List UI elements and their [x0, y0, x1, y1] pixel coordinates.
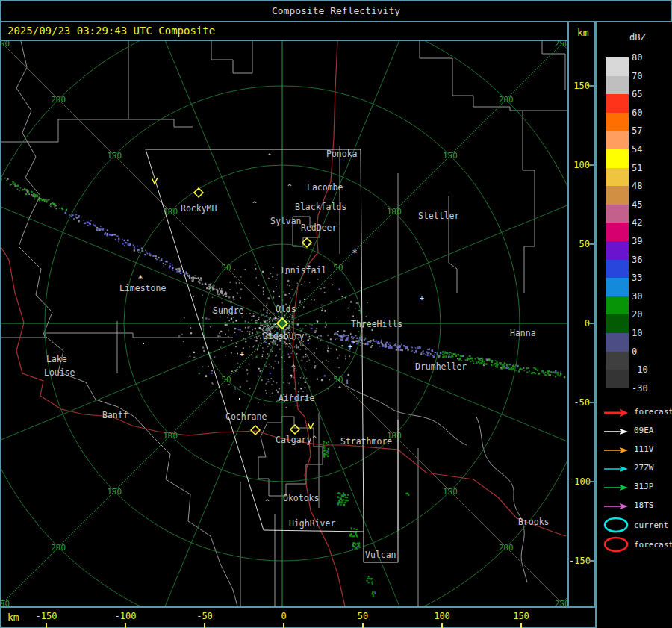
right-axis-tick	[589, 481, 595, 482]
range-ring-label: 50	[333, 263, 343, 273]
range-ring-label: 150	[107, 151, 122, 161]
bottom-axis: km -150-100-50050100150	[0, 606, 595, 628]
town-marker-icon: ^	[308, 242, 312, 249]
dbz-scale-label: -10	[632, 364, 648, 375]
legend-track-label: 27ZW	[634, 463, 654, 473]
city-label-lacombe: Lacombe	[307, 182, 343, 193]
city-label-olds: Olds	[276, 304, 296, 314]
city-label-reddeer: RedDeer	[301, 223, 337, 233]
city-label-innisfail: Innisfail	[280, 265, 326, 276]
dbz-swatch	[606, 205, 629, 223]
dbz-swatch	[606, 370, 629, 388]
dbz-scale-label: 42	[632, 217, 642, 228]
track-arrow-icon	[601, 405, 632, 421]
range-ring-label: 100	[163, 431, 178, 441]
radar-site-icon	[251, 426, 260, 435]
track-arrow-icon	[601, 423, 632, 440]
timestamp-bar: 2025/09/23 03:29:43 UTC Composite	[0, 22, 567, 41]
right-axis-tick-label: 0	[569, 318, 590, 329]
bottom-axis-tick	[46, 623, 47, 628]
city-label-stettler: Stettler	[418, 211, 459, 221]
dbz-swatch	[606, 186, 629, 205]
range-ring-label: 150	[107, 487, 122, 497]
radar-site-icon	[290, 425, 299, 434]
right-axis-tick-label: 150	[569, 81, 590, 91]
dbz-scale-label: 70	[632, 71, 642, 81]
dbz-swatch	[606, 149, 629, 168]
dbz-scale-label: 60	[632, 108, 642, 118]
bottom-axis-tick-label: 150	[513, 611, 529, 621]
dbz-scale-label: 20	[632, 309, 642, 320]
right-axis-tick	[589, 402, 595, 403]
legend-track-27ZW: 27ZW	[601, 461, 672, 477]
town-marker-icon: ^	[291, 364, 296, 371]
town-marker-icon: ^	[252, 200, 257, 208]
legend-ellipse-forecast: forecast	[601, 535, 672, 552]
site-asterisk-icon: *	[137, 273, 143, 284]
bottom-axis-tick	[125, 623, 126, 628]
legend-track-label: 31JP	[634, 482, 654, 491]
right-axis-tick	[589, 85, 595, 87]
dbz-swatch	[606, 113, 629, 131]
right-axis-tick-label: 100	[569, 160, 590, 170]
radar-map-container[interactable]: 5050505010010010010015015015015020020020…	[1, 41, 567, 606]
town-marker-icon: ^	[283, 341, 287, 349]
bottom-axis-tick-label: 50	[358, 611, 368, 621]
dbz-scale-label: 65	[632, 89, 642, 99]
radar-site-icon	[194, 188, 203, 197]
dbz-scale-label: 80	[632, 52, 642, 63]
right-axis-tick	[589, 164, 595, 166]
city-label-okotoks: Okotoks	[283, 493, 319, 503]
city-label-calgary: Calgary	[276, 435, 312, 445]
dbz-scale-label: -30	[632, 383, 648, 394]
city-label-airdrie: Airdrie	[279, 393, 315, 403]
range-ring-label: 150	[443, 151, 458, 161]
range-ring-label: 250	[555, 599, 567, 606]
right-axis-tick	[589, 323, 595, 324]
dbz-swatch	[606, 352, 629, 370]
range-ring-label: 200	[51, 95, 66, 105]
legend-track-label: 18TS	[634, 500, 654, 510]
track-arrow-icon	[601, 479, 632, 496]
range-ring-label: 200	[499, 543, 514, 553]
dbz-scale-label: 36	[632, 255, 642, 265]
dbz-scale-label: 54	[632, 144, 642, 155]
track-arrow-icon	[601, 442, 632, 458]
city-label-cochrane: Cochrane	[225, 411, 267, 422]
legend-track-18TS: 18TS	[601, 498, 672, 514]
dbz-swatch	[606, 260, 629, 279]
dbz-swatch	[606, 94, 629, 113]
dbz-unit-label: dBZ	[629, 32, 646, 43]
legend-track-label: 111V	[634, 444, 654, 454]
legend-track-label: forecast	[634, 407, 672, 417]
bottom-axis-tick-label: 100	[434, 611, 450, 621]
ellipse-icon	[601, 516, 632, 534]
right-axis-tick-label: -150	[569, 556, 590, 566]
dbz-scale-label: 33	[632, 273, 642, 283]
radar-map[interactable]: 5050505010010010010015015015015020020020…	[1, 41, 567, 606]
legend-track-09EA: 09EA	[601, 423, 672, 440]
bottom-axis-tick	[283, 623, 284, 628]
right-axis-tick	[589, 560, 595, 562]
legend-track-forecast: forecast	[601, 405, 672, 421]
dbz-swatch	[606, 76, 629, 95]
bottom-axis-tick	[520, 623, 522, 628]
legend-track-111V: 111V	[601, 442, 672, 458]
bottom-axis-tick-label: -150	[36, 611, 57, 621]
dbz-scale-label: 51	[632, 163, 642, 173]
range-ring-label: 250	[1, 599, 10, 606]
bottom-axis-tick	[204, 623, 205, 628]
city-label-sylvan: Sylvan	[270, 216, 302, 226]
right-axis-tick	[589, 243, 595, 245]
range-ring-label: 50	[333, 375, 343, 385]
bottom-axis-tick	[441, 623, 443, 628]
city-label-drumheller: Drumheller	[415, 361, 467, 372]
radar-app-window: Composite_Reflectivity 2025/09/23 03:29:…	[0, 0, 672, 628]
city-label-limestone: Limestone	[119, 283, 166, 293]
track-arrow-icon	[601, 461, 632, 477]
dbz-scale-label: 30	[632, 291, 642, 302]
site-plus-icon: +	[348, 343, 352, 351]
site-plus-icon: +	[240, 350, 244, 358]
color-scale-panel: dBZ 807065605754514845423936333020100-10…	[595, 22, 672, 628]
ellipse-icon	[601, 535, 632, 553]
